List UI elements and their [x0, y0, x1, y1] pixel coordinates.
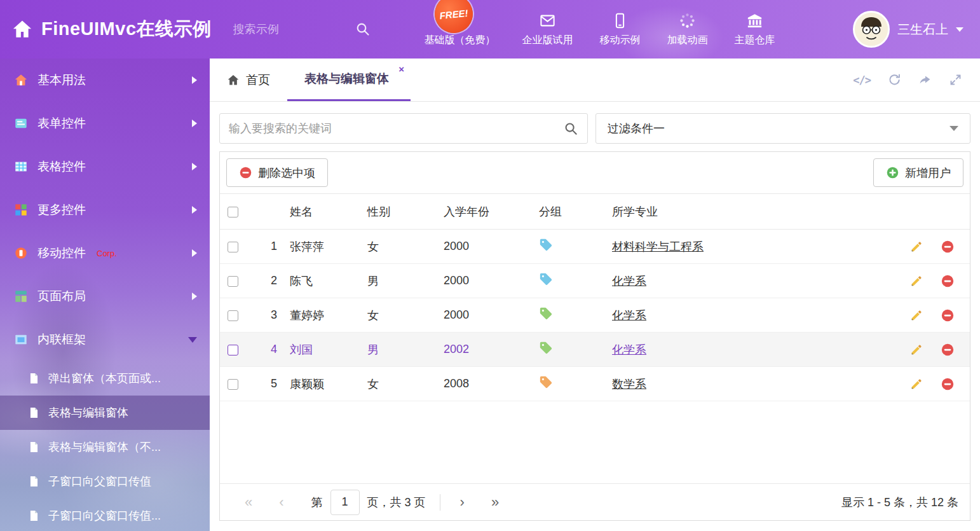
col-year[interactable]: 入学年份: [440, 194, 535, 230]
nav-item-loading-animation[interactable]: 加载动画: [654, 12, 721, 47]
edit-icon[interactable]: [909, 274, 923, 288]
cell-name: 刘国: [286, 333, 364, 367]
corp-badge: Corp.: [97, 249, 117, 258]
chevron-right-icon: [192, 249, 197, 257]
record-summary: 显示 1 - 5 条，共 12 条: [841, 495, 958, 510]
user-menu[interactable]: 三生石上: [853, 11, 980, 48]
delete-icon[interactable]: [941, 240, 955, 254]
nav-item-mobile-demo[interactable]: 移动示例: [587, 12, 654, 47]
major-link[interactable]: 化学系: [612, 343, 646, 356]
next-page-button[interactable]: ›: [447, 495, 478, 509]
nav-label: 基础版（免费）: [425, 34, 496, 47]
row-checkbox[interactable]: [228, 345, 238, 355]
sidebar-item-basic-usage[interactable]: 基本用法: [0, 59, 210, 102]
cell-year: 2000: [440, 230, 535, 264]
major-link[interactable]: 数学系: [612, 378, 646, 390]
edit-icon[interactable]: [909, 308, 923, 322]
header-search-input[interactable]: [233, 23, 329, 36]
edit-icon[interactable]: [909, 240, 923, 254]
sidebar-subitem-popup-window[interactable]: 弹出窗体（本页面或...: [0, 361, 210, 396]
sidebar-item-grid-controls[interactable]: 表格控件: [0, 145, 210, 188]
keyword-search-input[interactable]: [229, 122, 564, 135]
sidebar: 基本用法 表单控件 表格控件 更多控件 移动控件 Corp. 页面布局: [0, 59, 210, 531]
nav-label: 企业版试用: [522, 34, 573, 47]
major-link[interactable]: 材料科学与工程系: [612, 240, 704, 253]
edit-icon[interactable]: [909, 343, 923, 357]
refresh-icon[interactable]: [888, 73, 901, 86]
share-icon[interactable]: [918, 73, 932, 86]
col-name[interactable]: 姓名: [286, 194, 364, 230]
delete-icon[interactable]: [941, 377, 955, 391]
sidebar-item-iframe[interactable]: 内联框架: [0, 318, 210, 361]
delete-icon[interactable]: [941, 308, 955, 322]
page-number-input[interactable]: [330, 490, 360, 515]
sidebar-item-form-controls[interactable]: 表单控件: [0, 102, 210, 145]
source-code-icon[interactable]: </>: [853, 74, 871, 86]
row-checkbox[interactable]: [228, 310, 238, 321]
sidebar-item-page-layout[interactable]: 页面布局: [0, 275, 210, 318]
sidebar-item-label: 移动控件: [37, 245, 86, 261]
table-row[interactable]: 5 康颖颖 女 2008 数学系: [220, 367, 970, 401]
nav-item-theme-repo[interactable]: 主题仓库: [721, 12, 789, 47]
col-group[interactable]: 分组: [535, 194, 608, 230]
cell-name: 康颖颖: [286, 367, 364, 401]
sidebar-item-more-controls[interactable]: 更多控件: [0, 188, 210, 231]
tab-grid-edit-window[interactable]: 表格与编辑窗体 ×: [287, 59, 411, 101]
tag-icon: [539, 238, 553, 252]
brand[interactable]: FineUIMvc在线示例: [0, 17, 212, 42]
col-major[interactable]: 所学专业: [608, 194, 894, 230]
add-circle-icon: [886, 166, 899, 179]
prev-page-button[interactable]: ‹: [266, 495, 297, 509]
sidebar-subitem-grid-edit-window-2[interactable]: 表格与编辑窗体（不...: [0, 430, 210, 464]
last-page-button[interactable]: »: [478, 495, 512, 509]
tab-actions: </>: [853, 59, 980, 101]
row-checkbox[interactable]: [228, 379, 238, 390]
sidebar-subitem-label: 弹出窗体（本页面或...: [48, 371, 161, 386]
filter-dropdown[interactable]: 过滤条件一: [595, 113, 970, 144]
grid-empty-area: [220, 401, 970, 483]
content-area: 过滤条件一 删除选中项 新增用户: [210, 102, 980, 531]
sidebar-item-label: 内联框架: [37, 331, 86, 348]
col-gender[interactable]: 性别: [364, 194, 440, 230]
close-icon[interactable]: ×: [398, 64, 404, 74]
major-link[interactable]: 化学系: [612, 309, 646, 322]
edit-icon[interactable]: [909, 377, 923, 391]
chevron-down-icon: [949, 126, 958, 131]
search-icon[interactable]: [355, 22, 371, 37]
col-row-number: [253, 194, 286, 230]
avatar: [853, 11, 890, 48]
sidebar-item-label: 表单控件: [37, 115, 86, 132]
top-header: FineUIMvc在线示例 FREE! 基础版（免费） 企业版试用 移动示例: [0, 0, 980, 59]
table-row[interactable]: 1 张萍萍 女 2000 材料科学与工程系: [220, 230, 970, 264]
cell-year: 2000: [440, 264, 535, 298]
table-row[interactable]: 3 董婷婷 女 2000 化学系: [220, 298, 970, 333]
nav-label: 加载动画: [667, 34, 708, 47]
sidebar-item-mobile-controls[interactable]: 移动控件 Corp.: [0, 231, 210, 275]
add-user-button[interactable]: 新增用户: [873, 158, 963, 187]
sidebar-subitem-label: 子窗口向父窗口传值: [48, 474, 151, 489]
select-all-checkbox[interactable]: [228, 207, 238, 217]
fullscreen-icon[interactable]: [949, 73, 962, 86]
tab-label: 首页: [246, 72, 270, 88]
sidebar-subitem-child-to-parent[interactable]: 子窗口向父窗口传值: [0, 464, 210, 499]
delete-icon[interactable]: [941, 274, 955, 288]
search-icon[interactable]: [564, 121, 578, 136]
first-page-button[interactable]: «: [231, 495, 266, 509]
sidebar-subitem-child-to-parent-2[interactable]: 子窗口向父窗口传值...: [0, 499, 210, 531]
nav-item-enterprise-trial[interactable]: 企业版试用: [509, 12, 587, 47]
app-title: FineUIMvc在线示例: [41, 17, 212, 42]
table-row[interactable]: 2 陈飞 男 2000 化学系: [220, 264, 970, 298]
sidebar-subitem-grid-edit-window[interactable]: 表格与编辑窗体: [0, 396, 210, 430]
grid-toolbar: 删除选中项 新增用户: [220, 152, 970, 193]
file-icon: [28, 406, 40, 420]
delete-icon[interactable]: [941, 343, 955, 357]
row-checkbox[interactable]: [228, 276, 238, 287]
cell-gender: 男: [364, 333, 440, 367]
tab-home[interactable]: 首页: [210, 59, 287, 101]
cell-name: 张萍萍: [286, 230, 364, 264]
row-checkbox[interactable]: [228, 242, 238, 252]
delete-selected-button[interactable]: 删除选中项: [226, 158, 328, 187]
major-link[interactable]: 化学系: [612, 275, 646, 287]
row-number: 3: [253, 298, 286, 333]
table-row-selected[interactable]: 4 刘国 男 2002 化学系: [220, 333, 970, 367]
